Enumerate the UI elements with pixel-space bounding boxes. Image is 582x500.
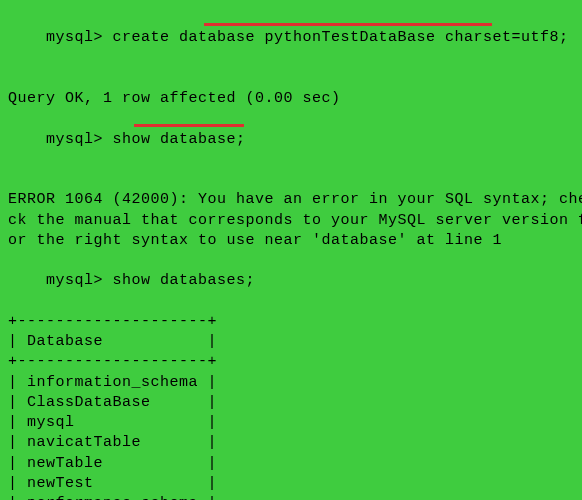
error-line-1: ERROR 1064 (42000): You have an error in…	[8, 190, 574, 210]
mysql-prompt: mysql>	[46, 29, 113, 46]
cmd-line-1: mysql> create database pythonTestDataBas…	[8, 8, 574, 89]
table-header: | Database |	[8, 332, 574, 352]
cmd-show-database: show database;	[113, 131, 246, 148]
mysql-prompt: mysql>	[46, 272, 113, 289]
query-ok-line: Query OK, 1 row affected (0.00 sec)	[8, 89, 574, 109]
table-row: | newTest |	[8, 474, 574, 494]
terminal-output: mysql> create database pythonTestDataBas…	[8, 8, 574, 500]
mysql-prompt: mysql>	[46, 131, 113, 148]
table-row: | performance_schema |	[8, 494, 574, 500]
error-line-2: ck the manual that corresponds to your M…	[8, 211, 574, 231]
table-separator: +--------------------+	[8, 352, 574, 372]
cmd-line-3: mysql> show databases;	[8, 251, 574, 312]
table-separator: +--------------------+	[8, 312, 574, 332]
table-row: | information_schema |	[8, 373, 574, 393]
red-underline-1	[204, 23, 492, 26]
table-row: | navicatTable |	[8, 433, 574, 453]
cmd-line-2: mysql> show database;	[8, 109, 574, 190]
table-row: | newTable |	[8, 454, 574, 474]
cmd-create-db: create database pythonTestDataBase chars…	[113, 29, 569, 46]
error-line-3: or the right syntax to use near 'databas…	[8, 231, 574, 251]
table-row: | ClassDataBase |	[8, 393, 574, 413]
red-underline-2	[134, 124, 244, 127]
table-row: | mysql |	[8, 413, 574, 433]
cmd-show-databases: show databases;	[113, 272, 256, 289]
